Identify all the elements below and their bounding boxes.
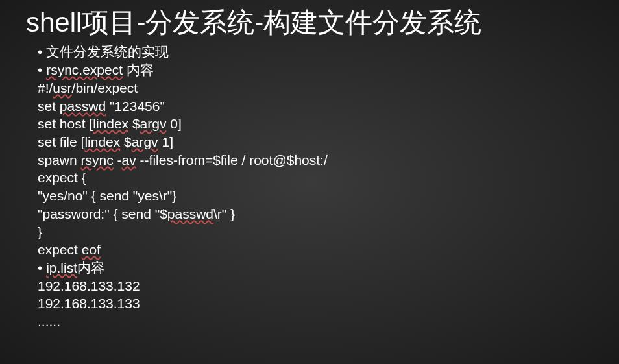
slide: shell项目-分发系统-构建文件分发系统 • 文件分发系统的实现 • rsyn… [0,0,619,364]
text: 0] [166,116,181,131]
bullet-item: • ip.list内容 [38,259,593,277]
text: "password:" { send "$ [38,206,167,221]
slide-title: shell项目-分发系统-构建文件分发系统 [26,6,593,39]
code-line: 192.168.133.133 [38,295,593,313]
slide-content: • 文件分发系统的实现 • rsync.expect 内容 #!/usr/bin… [26,43,593,331]
text: spawn [38,152,81,167]
underlined-text: av [122,152,136,167]
text: 1] [158,134,173,149]
code-line: ...... [38,313,593,331]
underlined-text: rsync.expect [46,62,123,77]
text: "123456" [106,99,165,114]
underlined-text: lindex [93,116,128,131]
code-line: set passwd "123456" [38,97,593,115]
text: set [38,99,60,114]
text: $ [120,134,132,149]
code-line: expect { [38,169,593,187]
underlined-text: ip.list [46,260,77,275]
underlined-text: usr [53,80,71,95]
code-line: expect eof [38,241,593,259]
bullet-item: • rsync.expect 内容 [38,61,593,79]
bullet-item: • 文件分发系统的实现 [38,43,593,61]
text: 内容 [77,260,104,275]
text: $ [128,116,140,131]
underlined-text: lindex [84,134,120,149]
code-line: set file [lindex $argv 1] [38,133,593,151]
underlined-text: eof [82,242,101,257]
code-line: } [38,223,593,241]
text: set file [ [38,134,84,149]
underlined-text: passwd [167,206,213,221]
text: \r" } [213,206,235,221]
text: #!/ [38,80,53,95]
code-line: set host [lindex $argv 0] [38,115,593,133]
text: expect [38,242,82,257]
underlined-text: argv [132,134,158,149]
text: - [114,152,122,167]
text: 内容 [123,62,154,77]
code-line: "yes/no" { send "yes\r"} [38,187,593,205]
text: • [38,260,46,275]
code-line: #!/usr/bin/expect [38,79,593,97]
code-line: "password:" { send "$passwd\r" } [38,205,593,223]
text: set host [ [38,116,93,131]
underlined-text: passwd [60,99,106,114]
underlined-text: argv [140,116,167,131]
text: /bin/expect [72,80,138,95]
text: • [38,62,46,77]
code-line: spawn rsync -av --files-from=$file / roo… [38,151,593,169]
underlined-text: rsync [81,152,114,167]
code-line: 192.168.133.132 [38,277,593,295]
text: --files-from=$file / root@$host:/ [136,152,328,167]
